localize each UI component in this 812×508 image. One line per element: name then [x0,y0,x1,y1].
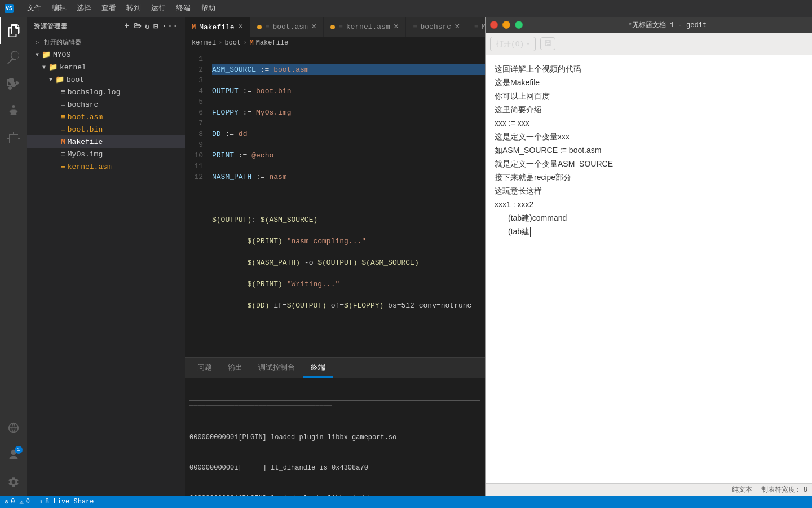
settings-icon[interactable] [0,468,27,496]
open-editors-chevron: ▷ [34,39,41,46]
tab-bochsrc[interactable]: ≡ bochsrc × [406,17,467,37]
menu-run[interactable]: 运行 [147,0,170,17]
menu-view[interactable]: 查看 [97,0,121,17]
makefile-tab-label: Makefile [199,23,234,32]
menu-help[interactable]: 帮助 [196,0,220,17]
boot-asm-tab-dot [257,25,262,29]
gedit-open-label: 打开(O) [496,39,524,49]
panel-tab-debug-console[interactable]: 调试控制台 [250,358,303,378]
breadcrumb-part-kernel[interactable]: kernel [192,39,216,47]
gedit-save-button[interactable]: 🖫 [540,37,555,50]
sidebar-title: 资源管理器 [34,22,68,30]
panel-area: 问题 输出 调试控制台 终端 ─────────────────────────… [185,357,485,496]
tree-item-kernel-asm[interactable]: ≡ kernel.asm [27,160,185,173]
gedit-line-11: (tab建)command [495,211,803,225]
breadcrumb-sep-2: › [243,39,247,47]
tree-item-myos-img[interactable]: ≡ MyOs.img [27,148,185,160]
gedit-tab-width: 制表符宽度: 8 [761,485,807,494]
tree-item-kernel[interactable]: ▼ 📁 kernel [27,61,185,73]
gedit-statusbar: 纯文本 制表符宽度: 8 [486,483,812,496]
gedit-line-3: 这里简要介绍 [495,103,803,116]
collapse-icon[interactable]: ⊟ [153,21,158,31]
main-layout: 1 资源管理器 + 🗁 ↻ ⊟ ··· ▷ 打开的 [0,17,812,496]
gedit-text-type: 纯文本 [732,485,752,494]
tab-bar: M Makefile × ≡ boot.asm × ≡ kernel.asm × [185,17,485,37]
warnings-icon: ⚠ [19,498,23,506]
app-icon: VS [5,4,14,13]
more-icon[interactable]: ··· [162,21,178,31]
gedit-close-btn[interactable] [490,21,498,29]
menu-select[interactable]: 选择 [72,0,96,17]
kernel-asm-tab-close[interactable]: × [394,23,399,32]
gedit-minimize-btn[interactable] [502,21,510,29]
tree-item-bochsrc[interactable]: ≡ bochsrc [27,98,185,111]
terminal-divider: ─────────────────────────────────── [189,400,480,411]
new-file-icon[interactable]: + [125,21,130,31]
gedit-content[interactable]: 这回详解上个视频的代码 这是Makefile 你可以上网百度 这里简要介绍 xx… [486,55,812,483]
gedit-line-0: 这回详解上个视频的代码 [495,62,803,76]
refresh-icon[interactable]: ↻ [145,21,150,31]
extensions-icon[interactable] [0,125,27,152]
menu-file[interactable]: 文件 [23,0,46,17]
panel-tab-terminal[interactable]: 终端 [303,358,333,378]
gedit-line-1: 这是Makefile [495,76,803,89]
gedit-line-10: xxx1 : xxx2 [495,198,803,211]
gedit-line-6: 如ASM_SOURCE := boot.asm [495,143,803,157]
boot-asm-tab-close[interactable]: × [311,23,317,32]
file-tree: ▼ 📁 MYOS ▼ 📁 kernel ▼ 📁 boot [27,49,185,496]
editor-panel-area: M Makefile × ≡ boot.asm × ≡ kernel.asm × [185,17,485,496]
code-content[interactable]: ASM_SOURCE := boot.asm OUTPUT := boot.bi… [208,49,485,357]
gedit-line-4: xxx := xxx [495,116,803,130]
menu-goto[interactable]: 转到 [122,0,145,17]
status-bar: ⊗ 0 ⚠ 0 ⬆ 8 Live Share [0,496,812,508]
accounts-badge: 1 [15,446,23,454]
tree-item-boot[interactable]: ▼ 📁 boot [27,73,185,86]
gedit-titlebar: *无标题文档 1 - gedit [486,17,812,33]
tree-item-bochslog[interactable]: ≡ bochslog.log [27,86,185,98]
source-control-icon[interactable] [0,71,27,98]
tree-item-myos[interactable]: ▼ 📁 MYOS [27,49,185,61]
makefile-tab-close[interactable]: × [238,23,244,32]
menu-terminal[interactable]: 终端 [171,0,195,17]
status-errors[interactable]: ⊗ 0 ⚠ 0 [0,496,34,508]
menu-bar: 文件 编辑 选择 查看 转到 运行 终端 帮助 [23,0,220,17]
bochsrc-tab-label: bochsrc [421,23,452,31]
myos-img-tab-icon: ≡ [474,23,478,31]
new-folder-icon[interactable]: 🗁 [133,21,142,31]
remote-icon[interactable] [0,414,27,441]
tree-item-boot-asm[interactable]: ≡ boot.asm [27,111,185,123]
search-icon[interactable] [0,44,27,71]
gedit-toolbar: 打开(O) ▾ 🖫 [486,33,812,55]
tab-myos-img[interactable]: ≡ MyOs.img × [467,17,485,37]
gedit-maximize-btn[interactable] [515,21,523,29]
status-left: ⊗ 0 ⚠ 0 ⬆ 8 Live Share [0,496,99,508]
panel-tab-problems[interactable]: 问题 [189,358,220,378]
tree-item-boot-bin[interactable]: ≡ boot.bin [27,123,185,135]
title-bar-left: VS 文件 编辑 选择 查看 转到 运行 终端 帮助 [5,0,807,17]
gedit-line-5: 这是定义一个变量xxx [495,130,803,143]
status-live-share[interactable]: ⬆ 8 Live Share [34,496,99,508]
terminal-content[interactable]: ─────────────────────────────────── 0000… [185,378,485,496]
tab-makefile[interactable]: M Makefile × [185,17,250,37]
gedit-line-9: 这玩意长这样 [495,184,803,198]
bochsrc-tab-close[interactable]: × [454,23,460,32]
run-debug-icon[interactable] [0,98,27,125]
tab-kernel-asm[interactable]: ≡ kernel.asm × [324,17,406,37]
breadcrumb-part-boot[interactable]: boot [224,39,241,47]
tree-item-makefile[interactable]: M Makefile [27,135,185,148]
open-editors-label[interactable]: 打开的编辑器 [44,38,81,46]
tab-boot-asm[interactable]: ≡ boot.asm × [250,17,324,37]
explorer-icon[interactable] [0,17,27,44]
gedit-open-button[interactable]: 打开(O) ▾ [490,37,536,51]
gedit-title: *无标题文档 1 - gedit [527,20,807,30]
menu-edit[interactable]: 编辑 [47,0,71,17]
live-share-label: 8 Live Share [45,498,94,506]
boot-asm-tab-label: boot.asm [272,23,307,31]
accounts-icon[interactable]: 1 [0,441,27,468]
line-numbers: 1 2 3 4 5 6 7 8 9 10 11 12 [185,49,208,357]
sidebar: 资源管理器 + 🗁 ↻ ⊟ ··· ▷ 打开的编辑器 ▼ 📁 MYOS [27,17,185,496]
code-editor[interactable]: 1 2 3 4 5 6 7 8 9 10 11 12 ASM_SOURCE :=… [185,49,485,357]
breadcrumb: kernel › boot › M Makefile [185,37,485,49]
live-share-icon: ⬆ [39,498,43,506]
panel-tab-output[interactable]: 输出 [220,358,250,378]
